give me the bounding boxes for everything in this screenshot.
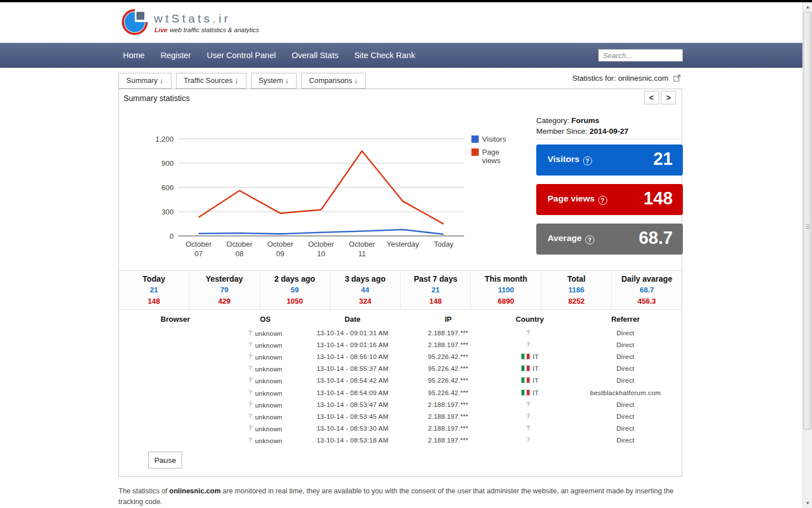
card-value: 148 — [643, 189, 673, 209]
footer-note: The statistics of onlinesnic.com are mon… — [118, 486, 677, 508]
unknown-os-icon: ? — [248, 353, 252, 360]
cell-browser — [119, 363, 232, 375]
summary-col-label: Today — [119, 274, 189, 283]
nav-item-site-check-rank[interactable]: Site Check Rank — [354, 43, 415, 68]
site-profile: Category: Forums Member Since: 2014-09-2… — [536, 115, 683, 137]
logo-tagline: Liveweb traffic statistics & analytics — [155, 27, 259, 33]
cell-ip: 95.226.42.*** — [406, 387, 491, 398]
prev-button[interactable]: < — [644, 91, 659, 104]
category-value: Forums — [571, 116, 599, 125]
scroll-up-button[interactable]: ▲ — [803, 2, 812, 12]
cell-os: ?unknown — [232, 387, 299, 398]
legend-item-visitors[interactable]: Visitors — [471, 135, 511, 143]
external-link-icon[interactable] — [673, 75, 681, 84]
card-average: Average?68.7 — [536, 224, 683, 255]
cell-country: IT — [491, 375, 570, 387]
cell-browser — [119, 398, 232, 410]
svg-text:10: 10 — [317, 249, 325, 258]
scroll-down-button[interactable]: ▼ — [803, 498, 812, 508]
footer-site: onlinesnic.com — [169, 487, 220, 495]
nav-item-register[interactable]: Register — [161, 43, 191, 68]
live-visits-table: BrowserOSDateIPCountryReferrer ?unknown1… — [119, 312, 682, 446]
footer-pre: The statistics of — [118, 487, 169, 495]
logo[interactable]: wtStats.ir Liveweb traffic statistics & … — [121, 7, 381, 39]
cell-os: ?unknown — [232, 351, 299, 362]
summary-visitors-value: 59 — [260, 286, 330, 294]
country-code: IT — [533, 365, 539, 372]
legend-item-page-views[interactable]: Page views — [471, 148, 511, 165]
tab-system[interactable]: System ↓ — [251, 73, 297, 89]
summary-visitors-value: 79 — [189, 286, 259, 294]
cell-referrer: Direct — [569, 410, 682, 422]
cell-date: 13-10-14 - 08:53:47 AM — [299, 398, 406, 410]
traffic-line-chart: 03006009001,200October07October08October… — [153, 113, 525, 267]
table-row: ?unknown13-10-14 - 09:01:31 AM2.188.197.… — [119, 327, 682, 339]
tab-summary[interactable]: Summary ↓ — [118, 73, 171, 89]
live-col-browser: Browser — [119, 312, 232, 327]
cell-ip: 2.188.197.*** — [406, 398, 491, 410]
table-row: ?unknown13-10-14 - 08:56:10 AM95.226.42.… — [119, 351, 682, 362]
os-text: unknown — [255, 437, 282, 444]
os-text: unknown — [255, 390, 282, 397]
unknown-os-icon: ? — [248, 389, 252, 396]
logo-title: wtStats.ir — [154, 12, 231, 25]
cell-os: ?unknown — [232, 375, 299, 387]
live-table-header-row: BrowserOSDateIPCountryReferrer — [119, 312, 682, 327]
next-button[interactable]: > — [661, 91, 676, 104]
table-row: ?unknown13-10-14 - 08:54:42 AM95.226.42.… — [119, 375, 682, 387]
summary-visitors-value: 1186 — [541, 286, 611, 294]
cell-referrer: Direct — [569, 398, 682, 410]
category-label: Category: — [536, 116, 570, 125]
summary-pageviews-value: 8252 — [541, 297, 611, 305]
summary-pageviews-value: 6890 — [471, 297, 541, 305]
svg-text:0: 0 — [170, 232, 174, 240]
table-row: ?unknown13-10-14 - 08:53:47 AM2.188.197.… — [119, 398, 682, 410]
scroll-thumb-grip — [806, 224, 810, 229]
scrollbar[interactable]: ▲ ▼ — [802, 2, 812, 508]
cell-referrer: Direct — [569, 435, 682, 446]
cell-country: ? — [491, 327, 570, 339]
nav-item-overall-stats[interactable]: Overall Stats — [292, 43, 338, 68]
nav-item-user-control-panel[interactable]: User Control Panel — [207, 43, 276, 68]
summary-col-label: 2 days ago — [260, 274, 330, 283]
os-text: unknown — [255, 402, 282, 409]
tagline-live: Live — [155, 27, 167, 33]
cell-referrer: Direct — [569, 363, 682, 375]
cell-country: IT — [491, 363, 570, 375]
cell-referrer: Direct — [569, 351, 682, 362]
tab-comparisons[interactable]: Comparisons ↓ — [301, 73, 366, 89]
nav-item-home[interactable]: Home — [123, 43, 145, 68]
tab-traffic[interactable]: Traffic Sources ↓ — [176, 73, 246, 89]
help-icon[interactable]: ? — [585, 235, 594, 244]
pause-button[interactable]: Pause — [148, 452, 182, 468]
os-text: unknown — [255, 330, 282, 337]
tagline-rest: web traffic statistics & analytics — [170, 27, 259, 33]
cell-os: ?unknown — [232, 398, 299, 410]
help-icon[interactable]: ? — [583, 156, 592, 165]
table-row: ?unknown13-10-14 - 08:53:18 AM2.188.197.… — [119, 435, 682, 446]
cell-date: 13-10-14 - 08:53:30 AM — [299, 423, 406, 435]
svg-text:October: October — [308, 240, 334, 248]
svg-text:October: October — [227, 240, 253, 248]
cell-country: IT — [491, 387, 570, 398]
help-icon[interactable]: ? — [598, 196, 607, 205]
svg-text:900: 900 — [161, 159, 174, 168]
cell-country: ? — [491, 398, 570, 410]
card-value: 21 — [654, 149, 673, 169]
card-label: Page views? — [548, 194, 607, 205]
cell-country: IT — [491, 351, 570, 362]
live-col-referrer: Referrer — [569, 312, 682, 327]
cell-os: ?unknown — [232, 410, 299, 422]
svg-text:1,200: 1,200 — [155, 135, 174, 143]
site-header: wtStats.ir Liveweb traffic statistics & … — [0, 2, 802, 43]
search-input[interactable] — [598, 49, 683, 62]
cell-browser — [119, 423, 232, 435]
cell-date: 13-10-14 - 09:01:31 AM — [299, 327, 406, 339]
unknown-os-icon: ? — [248, 365, 252, 371]
member-since-value: 2014-09-27 — [590, 127, 629, 135]
scroll-thumb[interactable] — [804, 12, 811, 430]
cell-ip: 2.188.197.*** — [406, 435, 491, 446]
cell-date: 13-10-14 - 08:53:18 AM — [299, 435, 406, 446]
summary-col-label: 3 days ago — [330, 274, 400, 283]
cell-os: ?unknown — [232, 339, 299, 351]
